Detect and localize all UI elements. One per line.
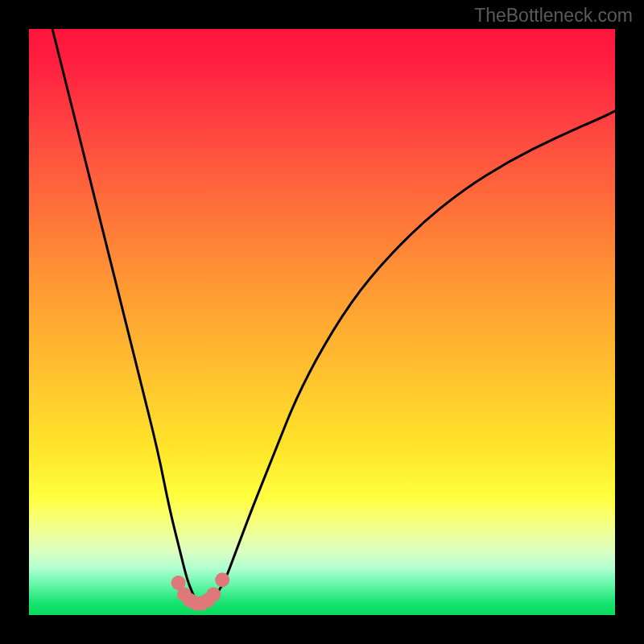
- plot-area: [29, 29, 615, 615]
- marker-group: [171, 572, 230, 610]
- watermark-text: TheBottleneck.com: [474, 5, 633, 27]
- curve-path: [52, 29, 615, 603]
- chart-frame: TheBottleneck.com: [0, 0, 644, 644]
- curve-marker: [215, 572, 229, 587]
- curve-marker: [206, 588, 221, 602]
- chart-svg: [29, 29, 615, 615]
